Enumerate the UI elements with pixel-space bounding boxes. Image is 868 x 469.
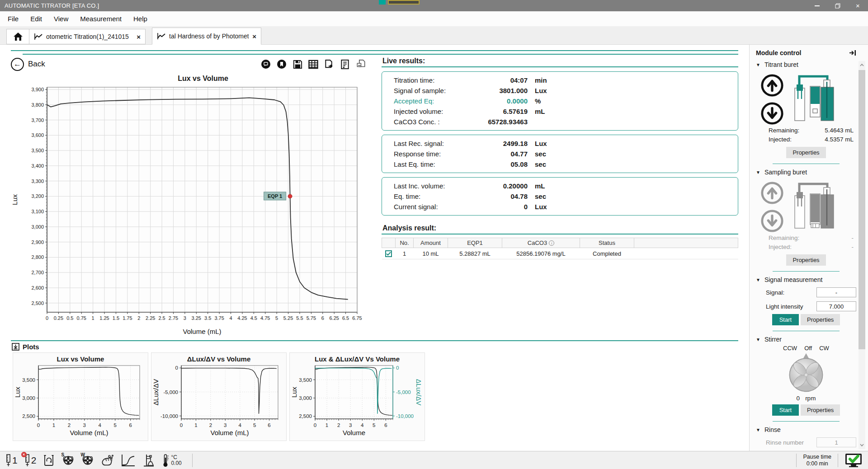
- lux-vs-volume-chart: 01234562,5003,0003,500Volume (mL)Lux: [13, 363, 145, 438]
- table-icon: [308, 59, 319, 70]
- tab-document-2-active[interactable]: tal Hardness of by Photomet ×: [152, 28, 261, 45]
- data-table-button[interactable]: [308, 59, 319, 70]
- plot-title: Lux vs Volume: [13, 353, 148, 363]
- minimize-button[interactable]: [807, 0, 827, 11]
- menu-measurement[interactable]: Measurement: [74, 15, 127, 23]
- titration-curve-status[interactable]: [121, 454, 136, 467]
- analysis-row[interactable]: 110 mL5.28827 mL52856.19076 mg/LComplete…: [382, 248, 738, 259]
- buret-2-status[interactable]: × 2: [24, 454, 37, 467]
- export-button[interactable]: [324, 59, 335, 70]
- result-label: Last Inc. volume:: [394, 181, 474, 191]
- scrollbar-thumb[interactable]: [859, 70, 865, 349]
- col-eqp1: EQP1: [448, 238, 502, 248]
- annotation-button[interactable]: [260, 59, 271, 70]
- svg-text:Lux: Lux: [11, 194, 19, 205]
- menu-file[interactable]: File: [2, 15, 24, 23]
- titrant-properties-button[interactable]: Properties: [786, 147, 826, 158]
- signal-start-button[interactable]: Start: [772, 314, 799, 325]
- main-chart-title: Lux vs Volume: [11, 74, 368, 84]
- monitor-check-icon: [844, 453, 863, 468]
- menu-edit[interactable]: Edit: [24, 15, 48, 23]
- bookmark-button[interactable]: [276, 59, 287, 70]
- collapse-plots-icon[interactable]: [12, 343, 19, 351]
- export-image-button[interactable]: [355, 59, 366, 70]
- injected-value: 4.5357 mL: [825, 135, 854, 144]
- live-result-row: Injected volume:6.57619mL: [394, 106, 731, 117]
- home-icon: [13, 32, 23, 41]
- section-rinse[interactable]: ▼ Rinse: [756, 426, 856, 433]
- svg-text:ΔLux/ΔV: ΔLux/ΔV: [415, 379, 422, 405]
- analysis-result-table: No. Amount EQP1 CaCO3i Status 110 mL5.28…: [382, 238, 738, 259]
- temperature-status[interactable]: °C0.00: [161, 453, 181, 468]
- signal-input[interactable]: [816, 287, 856, 297]
- result-value: 04.77: [474, 149, 528, 159]
- light-intensity-input[interactable]: [816, 301, 856, 311]
- svg-text:2,500: 2,500: [22, 413, 35, 419]
- scroll-up-arrow[interactable]: [859, 61, 865, 69]
- close-button[interactable]: ×: [848, 0, 868, 11]
- beaker-cycle-icon: [42, 454, 56, 467]
- svg-text:4: 4: [238, 422, 241, 428]
- buret-down-button[interactable]: [760, 102, 784, 125]
- buret-1-status[interactable]: 1: [5, 454, 18, 467]
- svg-text:Volume (mL): Volume (mL): [70, 429, 108, 436]
- svg-text:6.25: 6.25: [329, 315, 339, 321]
- result-label: Signal of sample:: [394, 85, 474, 96]
- live-results-group: Last Rec. signal:2499.18LuxResponse time…: [382, 135, 738, 173]
- stirrer-s-status[interactable]: S: [61, 454, 75, 467]
- col-caco3: CaCO3i: [502, 238, 580, 248]
- svg-text:4.75: 4.75: [260, 315, 270, 321]
- back-button[interactable]: ← Back: [11, 58, 45, 71]
- stirrer-w-status[interactable]: W: [81, 454, 94, 467]
- system-ready-status[interactable]: [844, 453, 863, 468]
- svg-text:5.25: 5.25: [283, 315, 293, 321]
- rinse-beaker-status[interactable]: [42, 454, 56, 467]
- stirrer-knob[interactable]: [784, 351, 828, 394]
- dock-panel-button[interactable]: [849, 50, 856, 56]
- thermometer-icon: [161, 453, 170, 468]
- info-icon[interactable]: i: [549, 240, 554, 246]
- result-checkbox[interactable]: [385, 250, 392, 257]
- section-sampling-buret[interactable]: ▼ Sampling buret: [756, 169, 856, 176]
- wash-status[interactable]: [100, 454, 115, 467]
- menu-help[interactable]: Help: [127, 15, 153, 23]
- main-titration-chart: 00.250.50.7511.251.51.7522.252.52.7533.2…: [11, 84, 363, 337]
- statusbar-divider: [838, 454, 838, 467]
- module-scrollbar[interactable]: [859, 61, 865, 449]
- svg-text:Lux: Lux: [290, 386, 298, 398]
- report-button[interactable]: [340, 59, 350, 70]
- maximize-button[interactable]: [827, 0, 848, 11]
- window-title: AUTOMATIC TITRATOR [ETA CO.]: [0, 2, 99, 9]
- result-unit: %: [528, 96, 568, 106]
- signal-properties-button[interactable]: Properties: [801, 314, 840, 325]
- svg-text:2,600: 2,600: [31, 285, 44, 291]
- stirrer-properties-button[interactable]: Properties: [801, 404, 840, 416]
- tab-close-icon[interactable]: ×: [137, 33, 141, 41]
- tab-close-icon[interactable]: ×: [252, 33, 256, 40]
- stirrer-start-button[interactable]: Start: [772, 404, 799, 416]
- sampling-down-button[interactable]: [760, 209, 784, 233]
- svg-text:3,900: 3,900: [31, 87, 44, 92]
- status-bar: 1 × 2 S W °C0.00: [0, 451, 868, 469]
- result-value: 6.57619: [474, 106, 528, 117]
- collapse-triangle-icon: ▼: [756, 62, 760, 67]
- section-stirrer[interactable]: ▼ Stirrer: [756, 336, 856, 343]
- svg-text:2.25: 2.25: [146, 315, 155, 321]
- menu-view[interactable]: View: [48, 15, 74, 23]
- scroll-down-arrow[interactable]: [859, 441, 865, 449]
- section-titrant-buret[interactable]: ▼ Titrant buret: [756, 61, 856, 68]
- tab-document-1[interactable]: otometric Titration(1)_241015 ×: [29, 29, 146, 44]
- section-signal-measurement[interactable]: ▼ Signal measurement: [756, 276, 856, 283]
- tab-home[interactable]: [6, 29, 29, 44]
- buret-up-button[interactable]: [760, 74, 784, 97]
- svg-text:5: 5: [275, 315, 278, 321]
- titration-stand-status[interactable]: [142, 454, 156, 467]
- save-button[interactable]: [292, 59, 303, 70]
- rinse-number-input[interactable]: [816, 437, 856, 447]
- sampling-properties-button[interactable]: Properties: [786, 254, 826, 266]
- collapse-triangle-icon: ▼: [756, 170, 760, 175]
- svg-text:0.75: 0.75: [77, 315, 86, 321]
- sampling-up-button[interactable]: [760, 181, 784, 205]
- annotation-icon: [261, 59, 271, 69]
- result-unit: sec: [528, 191, 568, 202]
